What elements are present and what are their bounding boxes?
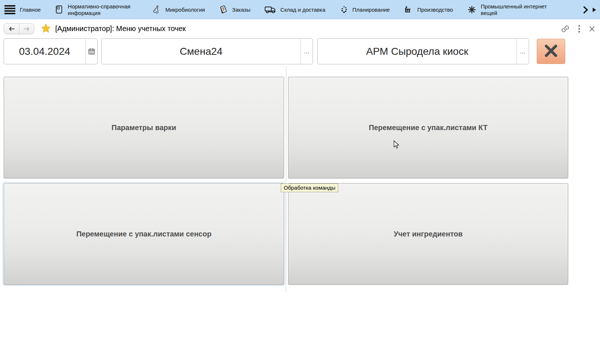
top-nav-bar: Главное Нормативно-справочная информация… [0,0,600,19]
shift-value[interactable]: Смена24 [102,39,301,64]
functions-chevron-icon[interactable] [583,6,589,14]
command-tooltip: Обработка команды [281,183,338,192]
workstation-choose-button[interactable]: ... [517,39,529,64]
favorite-star-icon[interactable] [41,23,51,34]
tile-label: Перемещение с упак.листами КТ [369,124,488,132]
nav-item-label: Заказы [232,7,250,13]
calendar-icon[interactable] [85,39,97,64]
forward-icon[interactable] [19,24,34,34]
factory-icon [404,5,413,15]
more-triangle-icon[interactable] [592,7,596,12]
nav-item-warehouse-delivery[interactable]: Склад и доставка [264,5,325,15]
iot-asterisk-icon [467,5,477,15]
tile-move-packing-lists-sensor[interactable]: Перемещение с упак.листами сенсор [4,183,284,285]
date-value[interactable]: 03.04.2024 [4,39,85,64]
nav-item-main[interactable]: Главное [20,7,41,13]
tile-label: Параметры варки [112,124,176,132]
form-header: 03.04.2024 Смена24 ... АРМ Сыродела киос… [0,38,600,65]
close-x-icon [543,43,559,60]
nav-item-microbiology[interactable]: Микробиология [152,5,205,15]
date-field: 03.04.2024 [4,38,98,64]
tile-move-packing-lists-kt[interactable]: Перемещение с упак.листами КТ [288,77,568,178]
vertical-splitter[interactable] [286,67,286,292]
shift-field: Смена24 ... [101,38,313,64]
nav-item-industrial-iot[interactable]: Промышленный интернет вещей [467,3,551,16]
back-icon[interactable] [4,24,19,34]
nav-item-label: Планирование [352,7,390,13]
truck-icon [264,5,276,15]
menu-tiles-area: Параметры варки Перемещение с упак.листа… [0,65,600,363]
nav-item-production[interactable]: Производство [404,5,453,15]
planning-dots-icon [339,5,348,15]
nav-item-reference-info[interactable]: Нормативно-справочная информация [54,3,138,16]
nav-item-label: Промышленный интернет вещей [481,3,551,16]
tile-cooking-parameters[interactable]: Параметры варки [4,77,284,178]
tile-label: Учет ингредиентов [394,230,463,238]
nav-item-label: Микробиология [165,7,205,13]
kebab-menu-icon[interactable] [578,25,580,33]
tile-ingredients-accounting[interactable]: Учет ингредиентов [288,183,568,285]
close-form-button[interactable] [537,39,565,64]
nav-item-label: Главное [20,7,41,13]
nav-item-label: Производство [417,7,453,13]
page-title: [Администратор]: Меню учетных точек [55,24,186,33]
close-icon[interactable] [589,26,595,32]
nav-item-orders[interactable]: Заказы [219,5,250,15]
workstation-field: АРМ Сыродела киоск ... [317,38,529,64]
orders-notepad-icon [219,5,228,15]
reference-book-icon [54,5,64,15]
link-icon[interactable] [561,25,569,33]
shift-choose-button[interactable]: ... [301,39,313,64]
title-bar: [Администратор]: Меню учетных точек [0,19,600,38]
nav-item-label: Нормативно-справочная информация [68,3,138,16]
main-menu-icon[interactable] [4,4,15,15]
history-buttons [4,23,34,34]
nav-item-planning[interactable]: Планирование [339,5,390,15]
workstation-value[interactable]: АРМ Сыродела киоск [318,39,517,64]
flask-icon [152,5,161,15]
nav-item-label: Склад и доставка [280,7,325,13]
tile-label: Перемещение с упак.листами сенсор [76,230,212,238]
